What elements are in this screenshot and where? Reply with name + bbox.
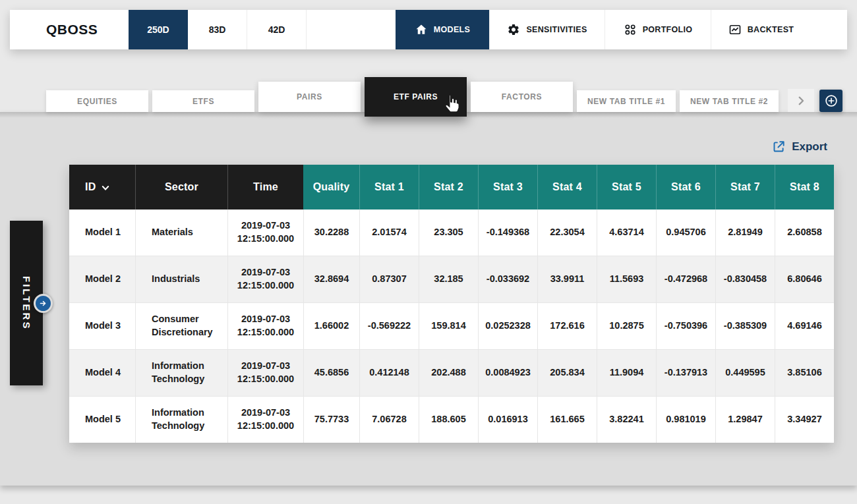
cell-stat-3: -0.033692 (478, 256, 537, 302)
tab-etfs[interactable]: ETFS (152, 90, 254, 112)
tab-label: EQUITIES (77, 97, 117, 106)
export-button[interactable]: Export (772, 140, 827, 154)
cell-time: 2019-07-03 12:15:00.000 (227, 256, 303, 302)
period-tab-83d[interactable]: 83D (188, 10, 247, 49)
cell-quality: 1.66002 (303, 303, 359, 349)
tab-etf-pairs[interactable]: ETF PAIRS (365, 77, 467, 117)
column-label: Stat 3 (493, 181, 523, 193)
nav-backtest[interactable]: BACKTEST (711, 10, 811, 49)
cell-stat-7: 2.81949 (715, 210, 775, 256)
circled-plus-icon (824, 94, 839, 108)
cell-stat-8: 6.80646 (775, 256, 834, 302)
tab-label: NEW TAB TITLE #2 (690, 97, 768, 106)
period-tab-42d[interactable]: 42D (247, 10, 307, 49)
cell-id: Model 2 (69, 256, 135, 302)
cell-stat-6: 0.945706 (656, 210, 715, 256)
cell-stat-3: 0.0252328 (478, 303, 537, 349)
tab-equities[interactable]: EQUITIES (46, 90, 148, 112)
column-label: Stat 1 (374, 181, 404, 193)
cell-quality: 75.7733 (303, 397, 359, 443)
nav-label: PORTFOLIO (643, 25, 693, 34)
cell-stat-8: 3.85106 (775, 350, 834, 396)
cell-stat-7: -0.385309 (715, 303, 775, 349)
column-label: ID (85, 181, 96, 193)
cell-stat-2: 202.488 (419, 350, 478, 396)
cell-stat-2: 159.814 (419, 303, 478, 349)
cell-quality: 32.8694 (303, 256, 359, 302)
filters-toggle-button[interactable] (34, 294, 53, 313)
cell-stat-4: 161.665 (537, 397, 597, 443)
tab-pairs[interactable]: PAIRS (258, 82, 361, 112)
add-tab-button[interactable] (819, 90, 842, 112)
content-panel: Export IDSectorTimeQualityStat 1Stat 2St… (0, 112, 857, 486)
cell-time: 2019-07-03 12:15:00.000 (227, 303, 303, 349)
cell-time: 2019-07-03 12:15:00.000 (227, 210, 303, 256)
app-logo: QBOSS (10, 10, 129, 49)
cell-stat-8: 3.34927 (775, 397, 834, 443)
nav-label: MODELS (434, 25, 470, 34)
column-header-stat-1[interactable]: Stat 1 (359, 165, 419, 210)
cell-stat-3: 0.016913 (478, 397, 537, 443)
nav-portfolio[interactable]: PORTFOLIO (605, 10, 711, 49)
table-row: Model 4Information Technology2019-07-03 … (69, 349, 834, 396)
tab-scroll-right-button[interactable] (788, 89, 814, 112)
column-header-stat-8[interactable]: Stat 8 (775, 165, 834, 210)
cell-stat-8: 4.69146 (775, 303, 834, 349)
cell-quality: 30.2288 (303, 210, 359, 256)
column-label: Stat 4 (552, 181, 582, 193)
tab-new-tab-title-2[interactable]: NEW TAB TITLE #2 (680, 90, 779, 112)
column-header-stat-5[interactable]: Stat 5 (597, 165, 656, 210)
column-label: Sector (165, 181, 198, 193)
cell-stat-1: 2.01574 (359, 210, 419, 256)
tab-label: NEW TAB TITLE #1 (587, 97, 665, 106)
tab-new-tab-title-1[interactable]: NEW TAB TITLE #1 (577, 90, 676, 112)
cell-time: 2019-07-03 12:15:00.000 (227, 397, 303, 443)
column-label: Stat 6 (671, 181, 701, 193)
cell-stat-7: 0.449595 (715, 350, 775, 396)
column-header-stat-7[interactable]: Stat 7 (715, 165, 775, 210)
table-body: Model 1Materials2019-07-03 12:15:00.0003… (69, 210, 834, 443)
cell-stat-1: -0.569222 (359, 303, 419, 349)
tab-factors[interactable]: FACTORS (471, 82, 573, 112)
cell-stat-1: 0.412148 (359, 350, 419, 396)
cell-stat-5: 11.9094 (597, 350, 656, 396)
cell-id: Model 4 (69, 350, 135, 396)
column-header-stat-4[interactable]: Stat 4 (537, 165, 597, 210)
export-icon (772, 140, 786, 154)
cell-stat-6: 0.981019 (656, 397, 715, 443)
column-header-quality[interactable]: Quality (303, 165, 359, 210)
column-header-stat-3[interactable]: Stat 3 (478, 165, 537, 210)
cell-stat-1: 0.87307 (359, 256, 419, 302)
cell-stat-8: 2.60858 (775, 210, 834, 256)
nav-label: SENSITIVITIES (526, 25, 587, 34)
tab-label: ETFS (192, 97, 214, 106)
table-row: Model 1Materials2019-07-03 12:15:00.0003… (69, 210, 834, 256)
cell-stat-5: 4.63714 (597, 210, 656, 256)
nav-models[interactable]: MODELS (396, 10, 489, 49)
column-header-stat-6[interactable]: Stat 6 (656, 165, 715, 210)
cell-time: 2019-07-03 12:15:00.000 (227, 350, 303, 396)
cell-sector: Information Technology (135, 397, 227, 443)
tab-label: FACTORS (502, 92, 542, 101)
table-row: Model 2Industrials2019-07-03 12:15:00.00… (69, 256, 834, 302)
column-label: Stat 8 (790, 181, 819, 193)
tab-label: ETF PAIRS (394, 92, 438, 101)
nav-sensitivities[interactable]: SENSITIVITIES (489, 10, 605, 49)
cell-stat-5: 11.5693 (597, 256, 656, 302)
models-table: IDSectorTimeQualityStat 1Stat 2Stat 3Sta… (69, 165, 834, 443)
cell-stat-4: 172.616 (537, 303, 597, 349)
column-header-stat-2[interactable]: Stat 2 (419, 165, 478, 210)
top-bar: QBOSS 250D83D42D MODELS SENSITIVITIES PO (10, 10, 847, 49)
column-header-id[interactable]: ID (69, 165, 135, 210)
column-header-sector[interactable]: Sector (135, 165, 227, 210)
cell-stat-7: -0.830458 (715, 256, 775, 302)
column-header-time[interactable]: Time (227, 165, 303, 210)
cell-stat-2: 23.305 (419, 210, 478, 256)
cell-sector: Materials (135, 210, 227, 256)
period-tab-250d[interactable]: 250D (129, 10, 188, 49)
filters-label: FILTERS (21, 276, 32, 330)
table-row: Model 5Information Technology2019-07-03 … (69, 396, 834, 443)
column-label: Time (253, 181, 278, 193)
period-tabs: 250D83D42D (129, 10, 307, 49)
topbar-spacer (307, 10, 396, 49)
